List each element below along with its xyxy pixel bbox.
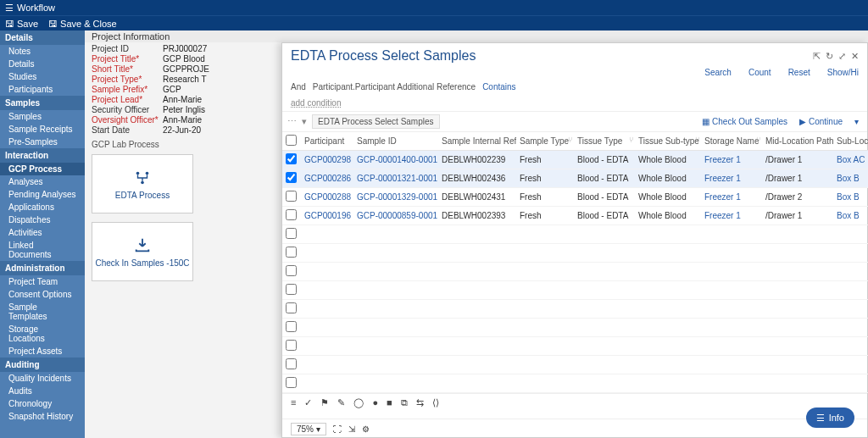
row-checkbox[interactable] — [286, 172, 297, 183]
row-checkbox[interactable] — [286, 340, 297, 351]
sidebar-item[interactable]: Project Team — [0, 275, 85, 288]
checkout-samples-button[interactable]: ▦Check Out Samples — [698, 117, 791, 126]
sidebar-item[interactable]: GCP Process — [0, 163, 85, 175]
row-checkbox[interactable] — [286, 209, 297, 220]
sidebar-item[interactable]: Studies — [0, 70, 85, 83]
row-checkbox[interactable] — [286, 358, 297, 369]
column-header[interactable]: Tissue Sub-type⑂ — [635, 132, 701, 151]
sidebar-item[interactable]: Analyses — [0, 175, 85, 188]
query-link[interactable]: Count — [748, 68, 771, 77]
grid-settings-icon[interactable]: ▾ — [851, 117, 862, 126]
tool-copy-icon[interactable]: ⧉ — [401, 397, 408, 408]
fit-icon[interactable]: ⇲ — [348, 424, 355, 434]
tool-list-icon[interactable]: ≡ — [291, 397, 296, 408]
column-header[interactable]: Participant — [301, 132, 353, 151]
row-checkbox[interactable] — [286, 284, 297, 295]
tool-flag-icon[interactable]: ⚑ — [320, 397, 329, 408]
continue-button[interactable]: ▶Continue — [796, 117, 846, 126]
table-row[interactable] — [282, 225, 868, 244]
sidebar-item[interactable]: Chronology — [0, 397, 85, 410]
workflow-label[interactable]: Workflow — [17, 3, 55, 13]
sidebar-item[interactable]: Samples — [0, 110, 85, 123]
select-all-checkbox[interactable] — [286, 135, 297, 146]
column-header[interactable]: Tissue Type⑂ — [574, 132, 635, 151]
zoom-select[interactable]: 75% ▾ — [291, 423, 326, 435]
filter-icon[interactable]: ⑂ — [756, 136, 760, 144]
tool-circle-icon[interactable]: ◯ — [353, 397, 364, 408]
sidebar-item[interactable]: Participants — [0, 83, 85, 96]
table-row[interactable] — [282, 356, 868, 374]
tool-edit-icon[interactable]: ✎ — [337, 397, 345, 408]
sidebar-item[interactable]: Snapshot History — [0, 410, 85, 423]
column-header[interactable]: Mid-Location Path — [762, 132, 833, 151]
sidebar-item[interactable]: Linked Documents — [0, 239, 85, 261]
sidebar-item[interactable]: Project Assets — [0, 345, 85, 358]
tool-square-icon[interactable]: ■ — [387, 397, 392, 408]
query-link[interactable]: Reset — [788, 68, 810, 77]
table-row[interactable]: GCP000196GCP-00000859-0001DEBLWH002393Fr… — [282, 207, 868, 225]
card-checkin-samples[interactable]: Check In Samples -150C — [92, 222, 193, 281]
grid-crumb[interactable]: EDTA Process Select Samples — [312, 114, 440, 129]
table-row[interactable] — [282, 281, 868, 300]
sidebar-item[interactable]: Pre-Samples — [0, 136, 85, 148]
filter-icon[interactable]: ⑂ — [629, 136, 633, 144]
card-edta-process[interactable]: EDTA Process — [92, 154, 193, 213]
sidebar-item[interactable]: Dispatches — [0, 213, 85, 226]
row-checkbox[interactable] — [286, 321, 297, 332]
tool-close-icon[interactable]: ✕ — [851, 51, 859, 62]
row-checkbox[interactable] — [286, 191, 297, 202]
query-link[interactable]: Show/Hi — [827, 68, 859, 77]
save-button[interactable]: 🖫Save — [5, 19, 38, 29]
filter-icon[interactable]: ⑂ — [695, 136, 699, 144]
fullscreen-icon[interactable]: ⛶ — [333, 424, 342, 434]
add-condition-link[interactable]: add condition — [291, 98, 342, 108]
table-row[interactable] — [282, 319, 868, 337]
tool-pin-icon[interactable]: ⇱ — [813, 51, 821, 62]
row-checkbox[interactable] — [286, 302, 297, 313]
column-header[interactable]: Sub-Location — [833, 132, 868, 151]
sidebar-item[interactable]: Sample Templates — [0, 301, 85, 323]
table-row[interactable] — [282, 263, 868, 281]
column-header[interactable]: Storage Name⑂ — [701, 132, 762, 151]
sidebar-item[interactable]: Notes — [0, 45, 85, 58]
sidebar-item[interactable]: Audits — [0, 385, 85, 397]
sidebar-item[interactable]: Sample Receipts — [0, 123, 85, 136]
query-link[interactable]: Search — [704, 68, 732, 77]
sidebar-item[interactable]: Pending Analyses — [0, 188, 85, 201]
menu-icon[interactable]: ☰ — [5, 3, 14, 14]
table-row[interactable] — [282, 300, 868, 319]
sidebar-item[interactable]: Consent Options — [0, 288, 85, 301]
table-row[interactable]: GCP000286GCP-00001321-0001DEBLWH002436Fr… — [282, 169, 868, 188]
tool-check-icon[interactable]: ✓ — [304, 397, 312, 408]
row-checkbox[interactable] — [286, 228, 297, 239]
row-checkbox[interactable] — [286, 247, 297, 258]
grid-more-icon[interactable]: ⋯ — [287, 116, 297, 127]
column-header[interactable] — [282, 132, 301, 151]
tool-code-icon[interactable]: ⟨⟩ — [432, 397, 439, 408]
table-row[interactable] — [282, 337, 868, 356]
row-checkbox[interactable] — [286, 377, 297, 388]
row-checkbox[interactable] — [286, 153, 297, 164]
tool-refresh-icon[interactable]: ↻ — [826, 51, 833, 62]
gear-icon[interactable]: ⚙ — [362, 424, 370, 434]
sidebar-item[interactable]: Details — [0, 58, 85, 70]
info-button[interactable]: ☰Info — [806, 408, 854, 428]
column-header[interactable]: Sample Type⑂ — [516, 132, 574, 151]
grid-drop-icon[interactable]: ▾ — [302, 116, 307, 127]
row-checkbox[interactable] — [286, 265, 297, 276]
filter-icon[interactable]: ⑂ — [568, 136, 572, 144]
column-header[interactable]: Sample Internal Ref... — [438, 132, 516, 151]
sidebar-item[interactable]: Applications — [0, 201, 85, 213]
tool-expand-icon[interactable]: ⤢ — [838, 51, 846, 62]
tool-link-icon[interactable]: ⇆ — [416, 397, 424, 408]
table-row[interactable]: GCP000288GCP-00001329-0001DEBLWH002431Fr… — [282, 188, 868, 207]
filter-op[interactable]: Contains — [482, 82, 515, 91]
save-close-button[interactable]: 🖫Save & Close — [48, 19, 117, 29]
sidebar-item[interactable]: Activities — [0, 226, 85, 239]
column-header[interactable]: Sample ID — [353, 132, 438, 151]
table-row[interactable]: GCP000298GCP-00001400-0001DEBLWH002239Fr… — [282, 151, 868, 169]
table-row[interactable] — [282, 374, 868, 393]
table-row[interactable] — [282, 244, 868, 263]
sidebar-item[interactable]: Storage Locations — [0, 323, 85, 345]
sidebar-item[interactable]: Quality Incidents — [0, 372, 85, 385]
